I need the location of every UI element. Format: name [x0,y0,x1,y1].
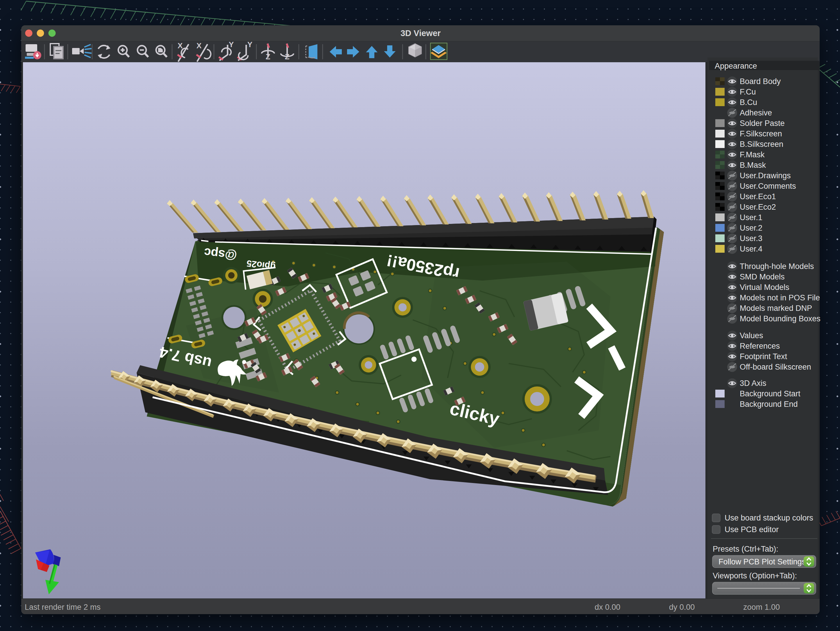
svg-text:Virtual Models: Virtual Models [740,283,789,292]
svg-text:Background Start: Background Start [740,389,801,398]
svg-text:3D Viewer: 3D Viewer [401,28,441,38]
svg-text:User.Comments: User.Comments [740,182,796,190]
svg-text:F.Silkscreen: F.Silkscreen [740,130,782,138]
svg-text:Adhesive: Adhesive [740,109,772,117]
svg-text:Viewports (Option+Tab):: Viewports (Option+Tab): [713,571,797,580]
svg-text:Through-hole Models: Through-hole Models [740,262,814,271]
svg-text:X: X [178,41,183,50]
svg-text:User.Eco2: User.Eco2 [740,203,776,211]
svg-text:3D Axis: 3D Axis [740,379,766,387]
svg-text:Model Bounding Boxes: Model Bounding Boxes [740,314,821,323]
svg-text:References: References [740,342,780,350]
svg-text:Footprint Text: Footprint Text [740,352,787,361]
svg-text:B.Mask: B.Mask [740,161,766,169]
svg-text:User.1: User.1 [740,213,763,222]
svg-text:dx 0.00: dx 0.00 [595,603,621,612]
svg-text:Solder Paste: Solder Paste [740,119,785,128]
svg-text:Presets (Ctrl+Tab):: Presets (Ctrl+Tab): [713,545,778,554]
svg-text:User.Eco1: User.Eco1 [740,192,776,201]
svg-text:F.Cu: F.Cu [740,87,756,96]
svg-text:Models marked DNP: Models marked DNP [740,304,812,313]
svg-text:Appearance: Appearance [715,62,757,70]
svg-text:Background End: Background End [740,400,798,408]
svg-text:Models not in POS File: Models not in POS File [740,293,820,302]
svg-text:Follow PCB Plot Settings: Follow PCB Plot Settings [718,557,806,566]
svg-text:dy 0.00: dy 0.00 [669,603,695,612]
svg-text:User.4: User.4 [740,245,763,253]
svg-text:Values: Values [740,331,763,340]
svg-text:Board Body: Board Body [740,77,781,86]
svg-text:Off-board Silkscreen: Off-board Silkscreen [740,363,811,371]
svg-text:Last render time 2 ms: Last render time 2 ms [25,603,101,612]
svg-text:zoom 1.00: zoom 1.00 [743,603,780,612]
svg-text:B.Cu: B.Cu [740,98,757,107]
svg-text:F.Mask: F.Mask [740,150,765,159]
svg-text:Use PCB editor: Use PCB editor [725,525,779,534]
svg-text:Use board stackup colors: Use board stackup colors [725,514,813,522]
svg-text:Y: Y [229,40,234,49]
svg-text:User.2: User.2 [740,224,763,232]
svg-text:SMD Models: SMD Models [740,272,785,281]
svg-text:User.3: User.3 [740,234,763,243]
svg-text:User.Drawings: User.Drawings [740,171,791,180]
svg-text:B.Silkscreen: B.Silkscreen [740,140,783,149]
svg-text:Y: Y [247,40,252,49]
svg-text:X: X [196,41,202,50]
